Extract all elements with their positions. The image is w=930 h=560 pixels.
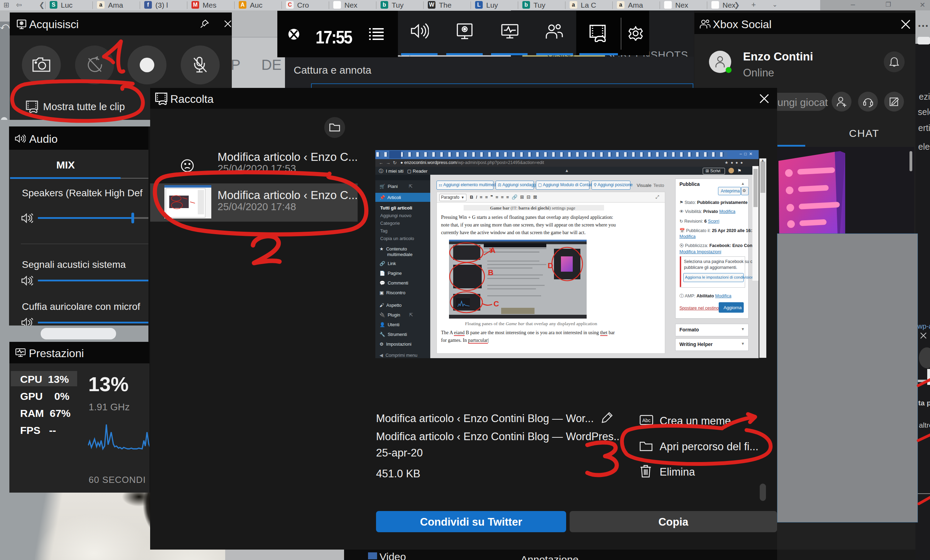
svg-text:Abc: Abc — [642, 418, 651, 423]
svg-text:B: B — [488, 268, 494, 277]
svg-text:A: A — [490, 246, 496, 255]
svg-text:D: D — [548, 261, 553, 270]
svg-text:C: C — [494, 300, 499, 308]
